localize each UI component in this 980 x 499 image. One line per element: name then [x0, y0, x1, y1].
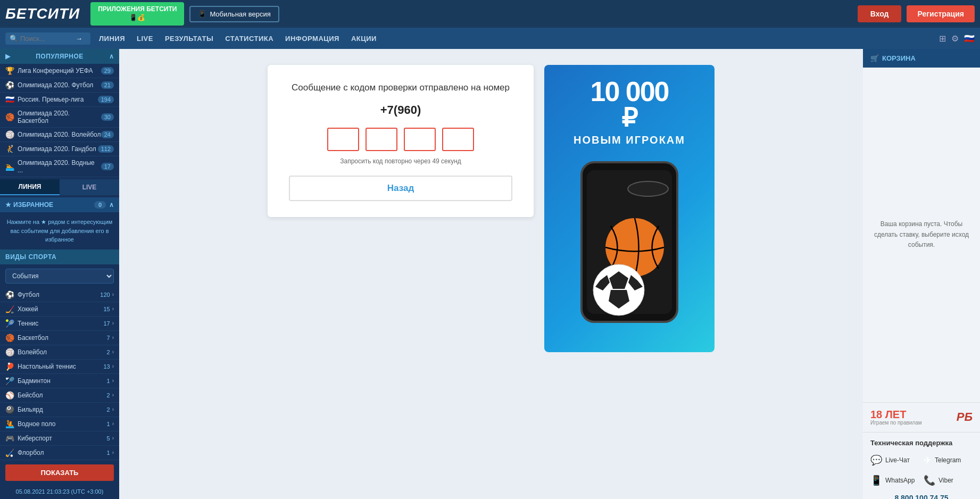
promo-banner: 10 000 ₽ НОВЫМ ИГРОКАМ: [544, 65, 715, 352]
banner-subtitle: НОВЫМ ИГРОКАМ: [574, 134, 685, 146]
back-button[interactable]: Назад: [289, 176, 512, 201]
age-logo: РБ: [957, 410, 973, 424]
nav-items: ЛИНИЯ LIVE РЕЗУЛЬТАТЫ СТАТИСТИКА ИНФОРМА…: [98, 32, 378, 45]
mobile-version-button[interactable]: 📱 Мобильная версия: [189, 6, 279, 22]
sport-icon: 🏊: [5, 162, 14, 171]
code-input-2[interactable]: [366, 128, 397, 151]
age-badge-left: 18 ЛЕТ Играем по правилам: [870, 409, 922, 426]
esports-icon: 🎮: [5, 434, 14, 443]
whatsapp-icon: 📱: [870, 475, 882, 486]
sports-section-header: ВИДЫ СПОРТА: [0, 250, 119, 264]
events-select[interactable]: События: [5, 269, 114, 284]
sport-item-badminton[interactable]: 🏸 Бадминтон 1 ›: [0, 374, 119, 388]
register-button[interactable]: Регистрация: [907, 5, 975, 22]
whatsapp-label: WhatsApp: [885, 477, 915, 484]
hockey-icon: 🏒: [5, 305, 14, 313]
code-input-4[interactable]: [442, 128, 474, 151]
nav-item-info[interactable]: ИНФОРМАЦИЯ: [284, 32, 340, 45]
age-rules: Играем по правилам: [870, 420, 922, 426]
sport-icon: 🏆: [5, 66, 14, 75]
sport-icon: 🏐: [5, 130, 14, 139]
sport-icon: ⚽: [5, 81, 14, 89]
nav-item-promotions[interactable]: АКЦИИ: [350, 32, 378, 45]
arrow-icon: ›: [112, 435, 114, 441]
verification-code-row: [289, 128, 512, 151]
tab-liniya[interactable]: ЛИНИЯ: [0, 179, 60, 195]
flag-icon[interactable]: 🇷🇺: [964, 34, 975, 44]
sport-item-billiards[interactable]: 🎱 Бильярд 2 ›: [0, 403, 119, 417]
verification-box: Сообщение с кодом проверки отправлено на…: [268, 65, 534, 217]
tab-live[interactable]: LIVE: [60, 179, 119, 195]
table-tennis-icon: 🏓: [5, 362, 14, 371]
support-grid: 💬 Live-Чат ✈ Telegram 📱 WhatsApp 📞 Viber: [870, 452, 973, 488]
sport-item-baseball[interactable]: ⚾ Бейсбол 2 ›: [0, 388, 119, 403]
nav-item-liniya[interactable]: ЛИНИЯ: [98, 32, 126, 45]
logo: БЕТСИТИ: [5, 5, 80, 22]
code-input-1[interactable]: [327, 128, 359, 151]
waterpolo-icon: 🤽: [5, 420, 14, 428]
tennis-icon: 🎾: [5, 319, 14, 328]
arrow-icon: ›: [112, 363, 114, 369]
support-live-chat[interactable]: 💬 Live-Чат: [870, 452, 919, 468]
verification-title: Сообщение с кодом проверки отправлено на…: [289, 81, 512, 95]
cart-header: 🛒 КОРЗИНА: [863, 49, 980, 68]
popular-item-olympics-handball[interactable]: 🤾 Олимпиада 2020. Гандбол 112: [0, 142, 119, 156]
sport-item-floorball[interactable]: 🏑 Флорбол 1 ›: [0, 446, 119, 460]
header: БЕТСИТИ ПРИЛОЖЕНИЯ БЕТСИТИ 📱💰 📱 Мобильна…: [0, 0, 980, 28]
support-viber[interactable]: 📞 Viber: [924, 472, 973, 488]
apps-button[interactable]: ПРИЛОЖЕНИЯ БЕТСИТИ 📱💰: [90, 2, 184, 25]
popular-item-olympics-volleyball[interactable]: 🏐 Олимпиада 2020. Волейбол 24: [0, 128, 119, 142]
banner-currency: ₽: [621, 105, 638, 131]
basketball-icon: 🏀: [5, 334, 14, 342]
arrow-icon: ›: [112, 306, 114, 312]
grid-icon[interactable]: ⊞: [939, 34, 946, 44]
popular-item-conference-league[interactable]: 🏆 Лига Конференций УЕФА 29: [0, 64, 119, 78]
sport-item-table-tennis[interactable]: 🏓 Настольный теннис 13 ›: [0, 360, 119, 374]
popular-item-russia-premier[interactable]: 🇷🇺 Россия. Премьер-лига 194: [0, 93, 119, 107]
baseball-icon: ⚾: [5, 391, 14, 400]
sport-item-esports[interactable]: 🎮 Киберспорт 5 ›: [0, 431, 119, 446]
nav-item-results[interactable]: РЕЗУЛЬТАТЫ: [164, 32, 214, 45]
banner-visual: [560, 157, 699, 335]
floorball-icon: 🏑: [5, 448, 14, 457]
sport-icon: 🏀: [5, 113, 14, 121]
support-telegram[interactable]: ✈ Telegram: [924, 452, 973, 468]
popular-item-olympics-football[interactable]: ⚽ Олимпиада 2020. Футбол 21: [0, 78, 119, 93]
star-icon: ★: [5, 201, 11, 209]
cart-empty-text: Ваша корзина пуста. Чтобы сделать ставку…: [874, 219, 969, 250]
arrow-icon: ›: [112, 335, 114, 340]
arrow-icon: ›: [112, 406, 114, 412]
support-phone: 8 800 100 74 75: [870, 494, 973, 500]
nav-item-live[interactable]: LIVE: [136, 32, 154, 45]
sport-item-basketball[interactable]: 🏀 Баскетбол 7 ›: [0, 331, 119, 345]
volleyball-icon: 🏐: [5, 348, 14, 356]
support-whatsapp[interactable]: 📱 WhatsApp: [870, 472, 919, 488]
sport-item-volleyball[interactable]: 🏐 Волейбол 2 ›: [0, 345, 119, 360]
search-box[interactable]: 🔍 →: [5, 32, 90, 45]
search-input[interactable]: [20, 35, 73, 43]
nav-item-statistics[interactable]: СТАТИСТИКА: [224, 32, 275, 45]
login-button[interactable]: Вход: [858, 5, 902, 22]
popular-item-olympics-water[interactable]: 🏊 Олимпиада 2020. Водные ... 17: [0, 156, 119, 177]
show-button[interactable]: ПОКАЗАТЬ: [5, 464, 114, 481]
collapse-favorites-icon[interactable]: ∧: [109, 201, 114, 209]
right-sidebar: 🛒 КОРЗИНА Ваша корзина пуста. Чтобы сдел…: [863, 49, 980, 499]
sport-item-tennis[interactable]: 🎾 Теннис 17 ›: [0, 317, 119, 331]
left-sidebar: ▶ ПОПУЛЯРНОЕ ∧ 🏆 Лига Конференций УЕФА 2…: [0, 49, 119, 499]
banner-amount: 10 000: [590, 78, 668, 105]
favorites-hint: Нажмите на ★ рядом с интересующим вас со…: [0, 212, 119, 250]
page-body: ▶ ПОПУЛЯРНОЕ ∧ 🏆 Лига Конференций УЕФА 2…: [0, 49, 980, 499]
arrow-icon: ›: [112, 450, 114, 455]
settings-icon[interactable]: ⚙: [951, 34, 959, 44]
favorites-section: ★ ИЗБРАННОЕ 0 ∧: [0, 197, 119, 212]
sport-item-football[interactable]: ⚽ Футбол 120 ›: [0, 288, 119, 302]
sport-item-waterpolo[interactable]: 🤽 Водное поло 1 ›: [0, 417, 119, 431]
football-icon: ⚽: [5, 290, 14, 299]
popular-item-olympics-basketball[interactable]: 🏀 Олимпиада 2020. Баскетбол 30: [0, 107, 119, 128]
collapse-icon[interactable]: ∧: [109, 53, 114, 60]
age-label: 18 ЛЕТ: [870, 409, 922, 420]
cart-body: Ваша корзина пуста. Чтобы сделать ставку…: [863, 68, 980, 402]
sport-item-hockey[interactable]: 🏒 Хоккей 15 ›: [0, 302, 119, 317]
live-chat-icon: 💬: [870, 454, 882, 466]
code-input-3[interactable]: [404, 128, 436, 151]
